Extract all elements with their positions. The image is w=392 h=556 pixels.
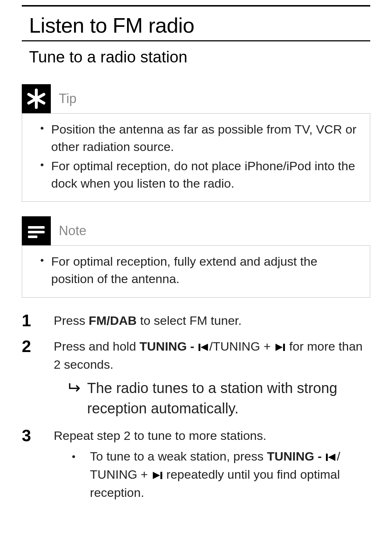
step-3: 3 Repeat step 2 to tune to more stations…: [22, 427, 370, 502]
svg-marker-7: [201, 344, 208, 351]
note-header: Note: [22, 216, 370, 245]
subbullet-text: To tune to a weak station, press TUNING …: [90, 448, 370, 501]
step-body: Repeat step 2 to tune to more stations. …: [54, 427, 370, 502]
note-box: For optimal reception, fully extend and …: [22, 245, 370, 297]
svg-rect-9: [283, 344, 285, 351]
sub-text: To tune to a weak station, press: [90, 449, 267, 463]
step-text: /TUNING +: [209, 339, 274, 353]
tip-header: Tip: [22, 84, 370, 113]
step-text: Repeat step 2 to tune to more stations.: [54, 429, 266, 442]
next-track-icon: [152, 467, 162, 484]
step-number: 3: [22, 427, 39, 502]
step-number: 1: [22, 312, 39, 330]
tip-box: Position the antenna as far as possible …: [22, 113, 370, 202]
svg-marker-12: [153, 472, 160, 479]
note-label: Note: [59, 223, 86, 238]
tip-callout: Tip Position the antenna as far as possi…: [22, 84, 370, 202]
prev-track-icon: [199, 339, 209, 356]
step-text: Press: [54, 314, 89, 327]
next-track-icon: [275, 339, 285, 356]
step-2: 2 Press and hold TUNING - /TUNING + for …: [22, 338, 370, 418]
step-text: Press and hold: [54, 339, 139, 353]
sub-bold: TUNING -: [267, 449, 325, 463]
svg-marker-11: [328, 454, 335, 461]
step-subbullet: • To tune to a weak station, press TUNIN…: [54, 448, 370, 501]
step-1: 1 Press FM/DAB to select FM tuner.: [22, 312, 370, 330]
svg-rect-4: [28, 231, 45, 233]
tip-item: Position the antenna as far as possible …: [40, 121, 359, 155]
svg-marker-8: [275, 344, 283, 351]
step-body: Press and hold TUNING - /TUNING + for mo…: [54, 338, 370, 418]
svg-rect-13: [160, 472, 162, 479]
step-body: Press FM/DAB to select FM tuner.: [54, 312, 370, 330]
note-icon: [22, 216, 51, 245]
title-rule: [22, 40, 370, 41]
asterisk-icon: [22, 84, 51, 113]
step-bold: TUNING -: [139, 339, 198, 353]
note-callout: Note For optimal reception, fully extend…: [22, 216, 370, 297]
page-title: Listen to FM radio: [29, 13, 385, 37]
prev-track-icon: [326, 449, 336, 466]
svg-rect-3: [28, 226, 45, 229]
steps-list: 1 Press FM/DAB to select FM tuner. 2 Pre…: [22, 312, 370, 502]
svg-rect-10: [326, 454, 328, 461]
step-text: to select FM tuner.: [137, 314, 242, 327]
section-heading: Tune to a radio station: [29, 48, 385, 66]
result-arrow-icon: [68, 378, 81, 418]
step-bold: FM/DAB: [89, 314, 136, 327]
step-result: The radio tunes to a station with strong…: [54, 378, 370, 418]
bullet-icon: •: [72, 448, 75, 501]
tip-item: For optimal reception, do not place iPho…: [40, 158, 359, 192]
svg-rect-5: [28, 236, 37, 238]
step-number: 2: [22, 338, 39, 418]
result-text: The radio tunes to a station with strong…: [87, 378, 370, 418]
tip-label: Tip: [59, 91, 77, 106]
svg-rect-6: [199, 344, 200, 351]
note-item: For optimal reception, fully extend and …: [40, 253, 359, 287]
top-rule: [22, 5, 370, 7]
